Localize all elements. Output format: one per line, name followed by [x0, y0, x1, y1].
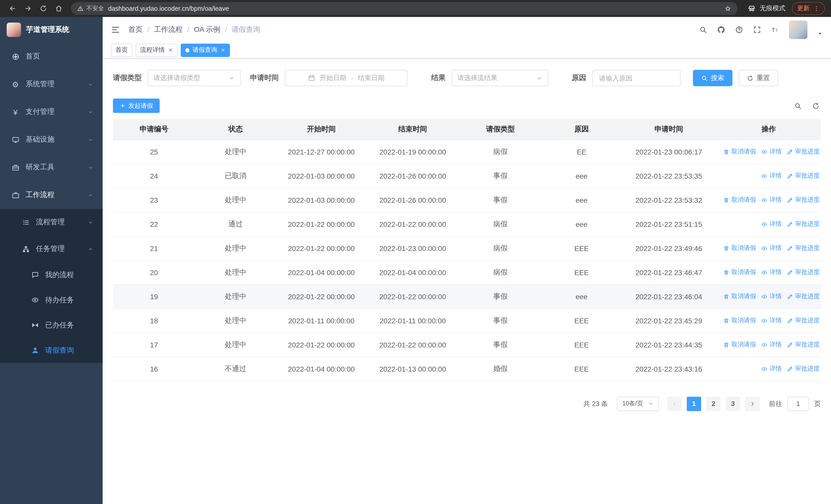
- table-row[interactable]: 22通过2022-01-22 00:00:002022-01-22 00:00:…: [113, 212, 821, 236]
- action-cancel-link[interactable]: 取消请假: [723, 268, 756, 277]
- action-detail-link[interactable]: 详情: [761, 316, 782, 325]
- table-row[interactable]: 16不通过2022-01-04 00:00:002022-01-13 00:00…: [113, 357, 821, 381]
- page-button[interactable]: 2: [706, 396, 721, 411]
- browser-menu-icon[interactable]: [813, 5, 820, 12]
- table-refresh-icon[interactable]: [812, 102, 820, 110]
- close-icon[interactable]: [221, 48, 225, 52]
- leave-type-select[interactable]: 请选择请假类型: [148, 70, 241, 86]
- next-page-button[interactable]: [745, 396, 760, 411]
- table-search-toggle-icon[interactable]: [794, 102, 802, 110]
- bookmark-star-icon[interactable]: [724, 5, 732, 12]
- breadcrumb-item[interactable]: OA 示例: [194, 25, 221, 34]
- actions-group: 取消请假详情审批进度: [717, 268, 821, 277]
- action-progress-link[interactable]: 审批进度: [787, 244, 820, 253]
- tab[interactable]: 流程详情: [136, 43, 178, 57]
- action-cancel-link[interactable]: 取消请假: [723, 292, 756, 301]
- action-cancel-link[interactable]: 取消请假: [723, 340, 756, 349]
- table-row[interactable]: 18处理中2022-01-11 00:00:002022-01-11 00:00…: [113, 308, 821, 333]
- browser-reload-icon[interactable]: [37, 2, 50, 15]
- tab[interactable]: 首页: [111, 43, 133, 57]
- date-range-picker[interactable]: 开始日期 - 结束日期: [285, 70, 407, 86]
- tab[interactable]: 请假查询: [181, 43, 230, 57]
- action-detail-link[interactable]: 详情: [761, 196, 782, 204]
- sidebar-item[interactable]: ¥支付管理: [0, 98, 103, 126]
- sidebar-subitem[interactable]: 流程管理: [0, 209, 103, 236]
- close-icon[interactable]: [168, 48, 173, 52]
- action-detail-link[interactable]: 详情: [761, 340, 782, 349]
- table-row[interactable]: 21处理中2022-01-22 00:00:002022-01-23 00:00…: [113, 236, 821, 260]
- action-progress-link[interactable]: 审批进度: [787, 220, 820, 228]
- table-row[interactable]: 19处理中2022-01-22 00:00:002022-01-22 00:00…: [113, 284, 821, 308]
- action-progress-link[interactable]: 审批进度: [787, 268, 820, 277]
- reset-button[interactable]: 重置: [739, 70, 778, 86]
- breadcrumb-item: 请假查询: [231, 25, 260, 34]
- action-progress-link[interactable]: 审批进度: [787, 364, 820, 373]
- page-button[interactable]: 1: [687, 396, 701, 411]
- browser-update-button[interactable]: 更新: [792, 2, 825, 15]
- user-avatar[interactable]: [789, 20, 807, 39]
- reason-input[interactable]: [592, 70, 681, 86]
- header-search-icon[interactable]: [699, 25, 707, 34]
- sidebar-subitem[interactable]: 我的流程: [0, 262, 103, 288]
- user-menu-caret-icon[interactable]: [817, 31, 823, 36]
- action-label: 审批进度: [795, 292, 820, 301]
- action-cancel-link[interactable]: 取消请假: [723, 196, 756, 204]
- browser-address-bar[interactable]: 不安全 dashboard.yudao.iocoder.cn/bpm/oa/le…: [71, 2, 738, 15]
- page-size-select[interactable]: 10条/页: [617, 396, 659, 411]
- sidebar-item[interactable]: 首页: [0, 42, 103, 70]
- sidebar-subitem[interactable]: 请假查询: [0, 338, 103, 363]
- browser-forward-icon[interactable]: [22, 2, 34, 15]
- action-progress-link[interactable]: 审批进度: [787, 147, 820, 156]
- action-detail-link[interactable]: 详情: [761, 244, 782, 253]
- reset-button-label: 重置: [756, 73, 770, 83]
- action-detail-link[interactable]: 详情: [761, 147, 782, 156]
- action-progress-link[interactable]: 审批进度: [787, 171, 820, 180]
- action-cancel-link[interactable]: 取消请假: [723, 244, 756, 253]
- search-button[interactable]: 搜索: [693, 70, 733, 86]
- table-row[interactable]: 17处理中2022-01-22 00:00:002022-01-22 00:00…: [113, 333, 821, 357]
- sidebar-subitem[interactable]: 任务管理: [0, 236, 103, 262]
- prev-page-button[interactable]: [667, 396, 682, 411]
- browser-back-icon[interactable]: [6, 2, 19, 15]
- sidebar-subitem[interactable]: 待办任务: [0, 288, 103, 313]
- sidebar-item[interactable]: 工作流程: [0, 181, 103, 209]
- fullscreen-icon[interactable]: [753, 25, 761, 34]
- app-logo[interactable]: 芋道管理系统: [0, 17, 103, 42]
- github-icon[interactable]: [717, 25, 725, 34]
- plus-icon: [120, 102, 126, 109]
- sidebar-collapse-icon[interactable]: [111, 25, 120, 34]
- action-cancel-link[interactable]: 取消请假: [723, 316, 756, 325]
- help-icon[interactable]: [735, 25, 743, 34]
- breadcrumb-item[interactable]: 首页: [128, 25, 143, 34]
- page-button[interactable]: 3: [726, 396, 740, 411]
- sidebar-subitem[interactable]: 已办任务: [0, 313, 103, 338]
- font-size-icon[interactable]: TT: [771, 25, 779, 34]
- table-row[interactable]: 20处理中2022-01-04 00:00:002022-01-04 00:00…: [113, 260, 821, 284]
- edit-icon: [787, 366, 793, 372]
- action-detail-link[interactable]: 详情: [761, 364, 782, 373]
- action-detail-link[interactable]: 详情: [761, 292, 782, 301]
- action-progress-link[interactable]: 审批进度: [787, 316, 820, 325]
- browser-home-icon[interactable]: [52, 2, 65, 15]
- sidebar-item[interactable]: 基础设施: [0, 126, 103, 153]
- goto-page-input[interactable]: [787, 396, 809, 411]
- cell-actions: 详情审批进度: [717, 212, 821, 236]
- result-select[interactable]: 请选择流结果: [452, 70, 548, 86]
- action-progress-link[interactable]: 审批进度: [787, 292, 820, 301]
- create-leave-button[interactable]: 发起请假: [113, 98, 160, 113]
- cell-end-time: 2022-01-04 00:00:00: [367, 260, 459, 284]
- action-progress-link[interactable]: 审批进度: [787, 340, 820, 349]
- table-row[interactable]: 25处理中2021-12-27 00:00:002022-01-19 00:00…: [113, 140, 821, 164]
- sidebar-item[interactable]: ⚙系统管理: [0, 70, 103, 98]
- breadcrumb-item[interactable]: 工作流程: [154, 25, 183, 34]
- action-cancel-link[interactable]: 取消请假: [723, 147, 756, 156]
- table-row[interactable]: 23处理中2022-01-03 00:00:002022-01-26 00:00…: [113, 188, 821, 212]
- security-warning[interactable]: 不安全: [77, 5, 104, 12]
- sidebar-item[interactable]: 研发工具: [0, 153, 103, 181]
- chevron-down-icon: [88, 109, 93, 115]
- table-row[interactable]: 24已取消2022-01-03 00:00:002022-01-26 00:00…: [113, 164, 821, 188]
- action-detail-link[interactable]: 详情: [761, 171, 782, 180]
- action-detail-link[interactable]: 详情: [761, 220, 782, 228]
- action-progress-link[interactable]: 审批进度: [787, 196, 820, 204]
- action-detail-link[interactable]: 详情: [761, 268, 782, 277]
